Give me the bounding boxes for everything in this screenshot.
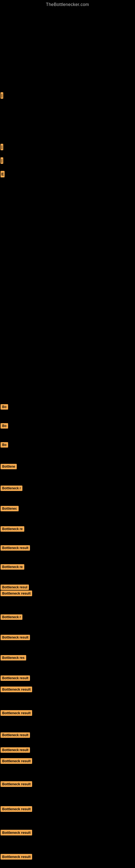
grow-label-12: Bottleneck result <box>1 733 30 738</box>
bottleneck-result-6: Bottleneck result <box>1 806 32 812</box>
grow-label-5: Bottleneck result <box>1 545 30 551</box>
grow-label-5-text: Bottleneck result <box>1 545 30 551</box>
bottleneck-result-3: Bottleneck result <box>1 710 32 716</box>
grow-label-6: Bottleneck re <box>1 564 24 569</box>
line-indicator-2: | <box>1 144 3 150</box>
bottleneck-result-1-text: Bottleneck result <box>1 590 32 596</box>
grow-label-4-text: Bottleneck re <box>1 526 24 532</box>
grow-label-7-text: Bottleneck resul <box>1 585 29 590</box>
site-title: TheBottlenecker.com <box>46 2 89 7</box>
grow-label-13-text: Bottleneck result <box>1 747 30 753</box>
grow-label-11: Bottleneck result <box>1 675 30 681</box>
bottleneck-result-7-text: Bottleneck result <box>1 830 32 835</box>
grow-label-10: Bottleneck res <box>1 655 26 660</box>
bottleneck-result-7: Bottleneck result <box>1 830 32 835</box>
short-label-3: Bo <box>1 442 8 447</box>
short-label-1-text: Bo <box>1 404 8 410</box>
grow-label-2: Bottleneck r <box>1 486 22 491</box>
site-title-text: TheBottlenecker.com <box>46 0 89 7</box>
short-label-2: Bo <box>1 423 8 429</box>
line-label-2: | <box>1 144 3 150</box>
short-label-3-text: Bo <box>1 442 8 447</box>
short-label-1: Bo <box>1 404 8 410</box>
bottleneck-result-5: Bottleneck result <box>1 781 32 787</box>
grow-label-13: Bottleneck result <box>1 747 30 753</box>
grow-label-6-text: Bottleneck re <box>1 564 24 569</box>
grow-label-1: Bottlene <box>1 464 17 469</box>
line-indicator-4: E <box>1 171 5 177</box>
short-label-2-text: Bo <box>1 423 8 429</box>
line-label-1: | <box>1 92 3 99</box>
bottleneck-result-2-text: Bottleneck result <box>1 686 32 692</box>
grow-label-8: Bottleneck r <box>1 614 22 620</box>
bottleneck-result-5-text: Bottleneck result <box>1 781 32 787</box>
line-indicator-3: | <box>1 157 3 164</box>
bottleneck-result-8-text: Bottleneck result <box>1 854 32 860</box>
bottleneck-result-1: Bottleneck result <box>1 590 32 596</box>
bottleneck-result-8: Bottleneck result <box>1 854 32 860</box>
grow-label-3: Bottlenec <box>1 506 18 511</box>
bottleneck-result-6-text: Bottleneck result <box>1 806 32 812</box>
grow-label-8-text: Bottleneck r <box>1 614 22 620</box>
bottleneck-result-4-text: Bottleneck result <box>1 758 32 764</box>
grow-label-12-text: Bottleneck result <box>1 733 30 738</box>
bottleneck-result-3-text: Bottleneck result <box>1 710 32 716</box>
grow-label-2-text: Bottleneck r <box>1 486 22 491</box>
grow-label-3-text: Bottlenec <box>1 506 18 511</box>
line-indicator-1: | <box>1 92 3 99</box>
grow-label-9-text: Bottleneck result <box>1 635 30 640</box>
grow-label-1-text: Bottlene <box>1 464 17 469</box>
bottleneck-result-4: Bottleneck result <box>1 758 32 764</box>
line-label-4: E <box>1 171 5 177</box>
grow-label-11-text: Bottleneck result <box>1 675 30 681</box>
grow-label-7: Bottleneck resul <box>1 585 29 590</box>
line-label-3: | <box>1 157 3 164</box>
bottleneck-result-2: Bottleneck result <box>1 686 32 692</box>
grow-label-4: Bottleneck re <box>1 526 24 532</box>
grow-label-9: Bottleneck result <box>1 635 30 640</box>
grow-label-10-text: Bottleneck res <box>1 655 26 660</box>
